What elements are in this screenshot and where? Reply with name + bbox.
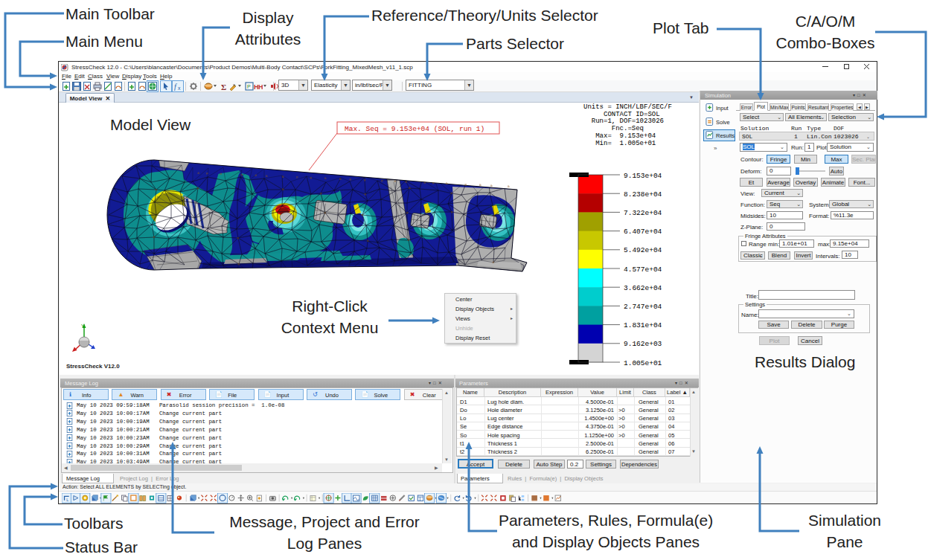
svg-text:L: L — [66, 498, 68, 502]
svg-text:P: P — [247, 84, 251, 89]
svg-text:5.492e+04: 5.492e+04 — [624, 246, 662, 254]
svg-text:1.831e+04: 1.831e+04 — [624, 321, 662, 329]
svg-text:4.577e+04: 4.577e+04 — [624, 265, 662, 274]
svg-text:9.153e+04: 9.153e+04 — [624, 172, 662, 180]
svg-text:3.662e+04: 3.662e+04 — [624, 284, 662, 292]
svg-text:6.407e+04: 6.407e+04 — [624, 228, 662, 236]
svg-text:x: x — [178, 86, 181, 91]
svg-text:x: x — [233, 83, 235, 87]
svg-text:H: H — [258, 83, 263, 91]
svg-text:Y: Y — [81, 324, 85, 329]
svg-text:8.238e+04: 8.238e+04 — [624, 190, 662, 199]
svg-text:7.322e+04: 7.322e+04 — [624, 209, 662, 217]
svg-text:2.747e+04: 2.747e+04 — [624, 303, 662, 311]
svg-text:Max. Seq = 9.153e+04 (SOL, ru: Max. Seq = 9.153e+04 (SOL, run 1) — [345, 125, 484, 133]
svg-text:9.162e+03: 9.162e+03 — [624, 340, 662, 348]
svg-text:f: f — [174, 83, 177, 91]
svg-text:Σ: Σ — [221, 83, 226, 91]
svg-text:1.005e+01: 1.005e+01 — [624, 359, 662, 367]
